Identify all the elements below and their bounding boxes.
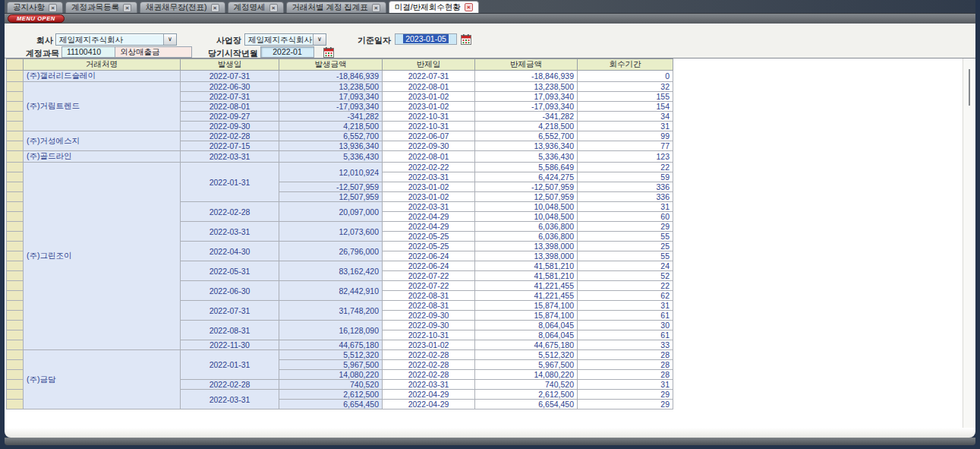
collect-days-cell[interactable]: 31: [578, 122, 673, 131]
issue-amount-cell[interactable]: -12,507,959: [279, 182, 383, 192]
issue-amount-cell[interactable]: 740,520: [279, 380, 383, 390]
settle-amount-cell[interactable]: 6,424,275: [475, 172, 578, 182]
tab-0[interactable]: 공지사항×: [7, 2, 63, 13]
settle-date-cell[interactable]: 2022-07-22: [383, 271, 475, 281]
issue-amount-cell[interactable]: 17,093,340: [279, 92, 383, 102]
settle-date-cell[interactable]: 2022-06-24: [383, 261, 475, 271]
row-selector-cell[interactable]: [7, 182, 24, 192]
settle-date-cell[interactable]: 2022-02-22: [383, 163, 475, 172]
settle-date-cell[interactable]: 2022-10-31: [383, 112, 475, 122]
collect-days-cell[interactable]: 28: [578, 350, 673, 360]
base-date-input[interactable]: 2023-01-05: [395, 33, 457, 45]
row-selector-cell[interactable]: [7, 311, 24, 321]
collect-days-cell[interactable]: 28: [578, 360, 673, 370]
issue-date-cell[interactable]: 2022-03-31: [181, 390, 279, 409]
row-selector-cell[interactable]: [7, 202, 24, 212]
issue-amount-cell[interactable]: 20,097,000: [279, 202, 383, 222]
row-selector-cell[interactable]: [7, 370, 24, 380]
settle-amount-cell[interactable]: 6,036,800: [475, 232, 578, 242]
row-selector-cell[interactable]: [7, 340, 24, 350]
company-select[interactable]: 제일제지주식회사 ∨: [55, 33, 177, 46]
collect-days-cell[interactable]: 31: [578, 202, 673, 212]
settle-date-cell[interactable]: 2023-01-02: [383, 340, 475, 350]
collect-days-cell[interactable]: 32: [578, 82, 673, 92]
settle-amount-cell[interactable]: 5,967,500: [475, 360, 578, 370]
settle-date-cell[interactable]: 2022-04-29: [383, 222, 475, 232]
issue-amount-cell[interactable]: -18,846,939: [279, 71, 383, 82]
issue-date-cell[interactable]: 2022-09-30: [181, 122, 279, 131]
row-selector-cell[interactable]: [7, 251, 24, 261]
close-icon[interactable]: ×: [372, 4, 380, 12]
issue-amount-cell[interactable]: 4,218,500: [279, 122, 383, 131]
settle-amount-cell[interactable]: 12,507,959: [475, 192, 578, 202]
settle-amount-cell[interactable]: 2,612,500: [475, 390, 578, 400]
chevron-down-icon[interactable]: ∨: [313, 34, 326, 45]
collect-days-cell[interactable]: 61: [578, 311, 673, 321]
tab-1[interactable]: 계정과목등록×: [65, 2, 137, 13]
collect-days-cell[interactable]: 62: [578, 291, 673, 301]
collect-days-cell[interactable]: 61: [578, 330, 673, 340]
collect-days-cell[interactable]: 29: [578, 400, 673, 409]
account-code-input[interactable]: 11100410: [61, 46, 115, 58]
row-selector-cell[interactable]: [7, 321, 24, 330]
calendar-icon[interactable]: [323, 47, 334, 58]
collect-days-cell[interactable]: 99: [578, 131, 673, 141]
issue-date-cell[interactable]: 2022-03-31: [181, 222, 279, 242]
settle-date-cell[interactable]: 2023-01-02: [383, 192, 475, 202]
row-selector-cell[interactable]: [7, 141, 24, 151]
settle-amount-cell[interactable]: 8,064,045: [475, 321, 578, 330]
issue-date-cell[interactable]: 2022-01-31: [181, 350, 279, 380]
issue-amount-cell[interactable]: 31,748,200: [279, 301, 383, 321]
settle-amount-cell[interactable]: -341,282: [475, 112, 578, 122]
settle-date-cell[interactable]: 2023-01-02: [383, 102, 475, 112]
settle-amount-cell[interactable]: 6,654,450: [475, 400, 578, 409]
settle-date-cell[interactable]: 2022-06-24: [383, 251, 475, 261]
settle-amount-cell[interactable]: 13,398,000: [475, 251, 578, 261]
close-icon[interactable]: ×: [465, 3, 473, 11]
customer-name-cell[interactable]: (주)거림트렌드: [24, 82, 181, 131]
collect-days-cell[interactable]: 34: [578, 112, 673, 122]
settle-date-cell[interactable]: 2022-05-25: [383, 232, 475, 242]
issue-amount-cell[interactable]: 12,010,924: [279, 163, 383, 182]
settle-amount-cell[interactable]: 15,874,100: [475, 301, 578, 311]
issue-amount-cell[interactable]: 44,675,180: [279, 340, 383, 350]
customer-name-cell[interactable]: (주)그린조이: [24, 163, 181, 350]
issue-amount-cell[interactable]: 13,936,340: [279, 141, 383, 151]
settle-amount-cell[interactable]: 44,675,180: [475, 340, 578, 350]
settle-date-cell[interactable]: 2022-09-30: [383, 141, 475, 151]
customer-name-cell[interactable]: (주)갤러리드슬레이: [24, 71, 181, 82]
collect-days-cell[interactable]: 52: [578, 271, 673, 281]
issue-date-cell[interactable]: 2022-04-30: [181, 242, 279, 261]
issue-date-cell[interactable]: 2022-07-31: [181, 92, 279, 102]
row-selector-cell[interactable]: [7, 291, 24, 301]
issue-date-cell[interactable]: 2022-11-30: [181, 340, 279, 350]
settle-amount-cell[interactable]: 8,064,045: [475, 330, 578, 340]
issue-date-cell[interactable]: 2022-06-30: [181, 82, 279, 92]
issue-date-cell[interactable]: 2022-02-28: [181, 380, 279, 390]
settle-amount-cell[interactable]: -18,846,939: [475, 71, 578, 82]
row-selector-cell[interactable]: [7, 102, 24, 112]
collect-days-cell[interactable]: 29: [578, 390, 673, 400]
tab-3[interactable]: 계정명세×: [228, 2, 284, 13]
settle-date-cell[interactable]: 2022-02-28: [383, 350, 475, 360]
vertical-scrollbar[interactable]: [963, 58, 975, 428]
account-name-input[interactable]: 외상매출금: [115, 46, 192, 58]
collect-days-cell[interactable]: 22: [578, 281, 673, 291]
settle-date-cell[interactable]: 2022-04-29: [383, 400, 475, 409]
issue-amount-cell[interactable]: 5,336,430: [279, 151, 383, 163]
collect-days-cell[interactable]: 22: [578, 163, 673, 172]
issue-amount-cell[interactable]: 6,654,450: [279, 400, 383, 409]
collect-days-cell[interactable]: 30: [578, 321, 673, 330]
row-selector-cell[interactable]: [7, 400, 24, 409]
customer-name-cell[interactable]: (주)골드라인: [24, 151, 181, 163]
settle-amount-cell[interactable]: 15,874,100: [475, 311, 578, 321]
row-selector-cell[interactable]: [7, 390, 24, 400]
settle-amount-cell[interactable]: 5,586,649: [475, 163, 578, 172]
issue-amount-cell[interactable]: 2,612,500: [279, 390, 383, 400]
settle-amount-cell[interactable]: 13,936,340: [475, 141, 578, 151]
settle-amount-cell[interactable]: 13,238,500: [475, 82, 578, 92]
tab-5[interactable]: 미결/반제회수현황×: [389, 1, 479, 13]
settle-date-cell[interactable]: 2022-04-29: [383, 390, 475, 400]
collect-days-cell[interactable]: 154: [578, 102, 673, 112]
issue-date-cell[interactable]: 2022-02-28: [181, 131, 279, 141]
